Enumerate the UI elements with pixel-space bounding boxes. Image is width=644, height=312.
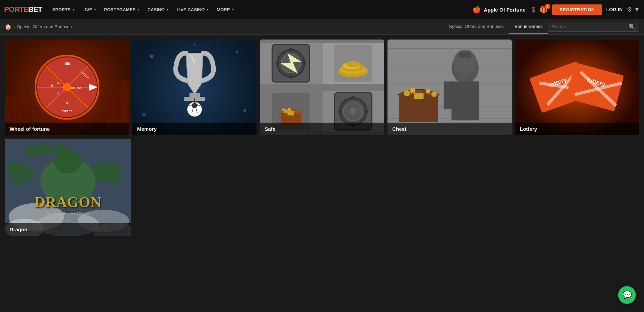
svg-text:100: 100 — [64, 62, 70, 66]
svg-text:TABLET: TABLET — [62, 110, 72, 113]
logo-part1: PORTE — [4, 5, 28, 14]
sports-chevron-icon: ▼ — [72, 8, 75, 11]
gift-badge: 1 — [545, 4, 550, 9]
gift-icon-wrap[interactable]: 🎁 1 — [540, 5, 548, 14]
svg-point-83 — [410, 88, 415, 93]
settings-icon[interactable]: ⚙ ▼ — [627, 6, 640, 13]
svg-text:25: 25 — [56, 91, 60, 95]
dragon-svg: DRAGON GAME OF THRONES — [5, 139, 131, 236]
safe-door-svg-tl — [270, 43, 311, 84]
safe-gold-svg — [333, 43, 374, 84]
svg-text:50: 50 — [56, 81, 60, 84]
casino-chevron-icon: ▼ — [166, 8, 169, 11]
registration-button[interactable]: REGISTRATION — [552, 4, 602, 15]
tab-bonus-games[interactable]: Bonus Games — [509, 20, 548, 34]
wheel-svg: 100 TABLET LAPTOP 1 000 000 50 25 ★ ★ — [35, 55, 99, 120]
apple-icon: 🍎 — [473, 5, 481, 14]
breadcrumb-separator: › — [14, 25, 15, 29]
svg-point-39 — [289, 48, 293, 51]
grid-spacer — [134, 139, 639, 236]
svg-text:★: ★ — [65, 100, 69, 105]
search-area: 🔍 — [548, 22, 639, 32]
svg-point-60 — [351, 96, 355, 99]
safe-cell-tl — [260, 43, 322, 84]
game-label-chest: Chest — [387, 123, 512, 135]
svg-rect-77 — [467, 81, 477, 109]
svg-rect-80 — [399, 95, 438, 122]
game-label-memory: Memory — [132, 123, 257, 135]
svg-point-19 — [63, 83, 71, 91]
svg-point-64 — [350, 108, 357, 115]
svg-point-62 — [338, 110, 341, 113]
main-nav: SPORTS ▼ LIVE ▼ PORTEGAMES ▼ CASINO ▼ LI… — [49, 5, 466, 14]
game-grid-row1: 100 TABLET LAPTOP 1 000 000 50 25 ★ ★ Wh… — [5, 40, 639, 135]
game-card-safe[interactable]: Safe — [260, 40, 384, 135]
svg-text:★: ★ — [49, 83, 54, 88]
svg-point-22 — [150, 55, 153, 58]
home-icon[interactable]: 🏠 — [5, 24, 12, 30]
svg-rect-27 — [189, 93, 200, 97]
svg-point-41 — [276, 62, 279, 65]
nav-sports[interactable]: SPORTS ▼ — [49, 5, 78, 14]
svg-point-63 — [365, 110, 368, 113]
game-grid-section: 100 TABLET LAPTOP 1 000 000 50 25 ★ ★ Wh… — [0, 35, 644, 240]
svg-point-102 — [54, 150, 82, 173]
nav-more[interactable]: MORE ▼ — [213, 5, 238, 14]
svg-point-50 — [346, 61, 360, 67]
svg-rect-53 — [287, 111, 294, 115]
svg-point-82 — [404, 90, 410, 96]
nav-live[interactable]: LIVE ▼ — [79, 5, 100, 14]
trophy-svg — [167, 50, 222, 118]
svg-rect-81 — [414, 93, 424, 99]
svg-point-40 — [289, 75, 293, 79]
svg-text:GAME OF THRONES: GAME OF THRONES — [47, 211, 89, 216]
search-input[interactable] — [552, 24, 627, 29]
breadcrumb-parent[interactable]: Special Offers and Bonuses — [17, 24, 72, 29]
game-label-wheel: Wheel of fortune — [5, 123, 129, 135]
svg-point-25 — [243, 109, 246, 112]
svg-point-84 — [431, 92, 437, 97]
game-card-chest[interactable]: Chest — [387, 40, 512, 135]
more-chevron-icon: ▼ — [231, 8, 234, 11]
lottery-svg: lottery lottery — [515, 40, 639, 135]
nav-live-casino[interactable]: LIVE CASINO ▼ — [173, 5, 213, 14]
svg-point-24 — [142, 113, 146, 116]
svg-point-26 — [193, 43, 196, 46]
game-card-dragon[interactable]: DRAGON GAME OF THRONES Dragon — [5, 139, 131, 236]
svg-point-23 — [236, 51, 238, 53]
apple-fortune-label: Apple Of Fortune — [484, 7, 526, 13]
breadcrumb-bar: 🏠 › Special Offers and Bonuses Special O… — [0, 19, 644, 35]
svg-point-85 — [426, 89, 431, 94]
main-header: PORTEBET SPORTS ▼ LIVE ▼ PORTEGAMES ▼ CA… — [0, 0, 644, 19]
game-card-lottery[interactable]: lottery lottery Lottery — [515, 40, 639, 135]
login-button[interactable]: LOG IN — [606, 7, 623, 12]
svg-point-42 — [303, 62, 306, 65]
live-chevron-icon: ▼ — [94, 8, 97, 11]
svg-rect-79 — [459, 52, 471, 58]
game-card-wheel[interactable]: 100 TABLET LAPTOP 1 000 000 50 25 ★ ★ Wh… — [5, 40, 129, 135]
svg-text:DRAGON: DRAGON — [35, 193, 101, 210]
svg-rect-76 — [444, 81, 453, 109]
currency-icon[interactable]: $ — [532, 6, 535, 14]
logo-part2: BET — [28, 5, 42, 14]
svg-point-56 — [282, 108, 285, 111]
nav-casino[interactable]: CASINO ▼ — [144, 5, 172, 14]
live-casino-chevron-icon: ▼ — [206, 8, 209, 11]
game-label-dragon: Dragon — [5, 223, 131, 236]
safe-cell-tr — [323, 43, 384, 84]
header-right-actions: $ 🎁 1 REGISTRATION LOG IN ⚙ ▼ — [532, 4, 640, 15]
chest-bg-svg — [387, 40, 512, 135]
breadcrumb-tabs: Special Offers and Bonuses Bonus Games — [444, 20, 548, 34]
search-icon[interactable]: 🔍 — [629, 24, 635, 30]
game-grid-row2: DRAGON GAME OF THRONES Dragon — [5, 139, 639, 236]
svg-point-55 — [287, 108, 291, 111]
game-label-safe: Safe — [260, 123, 384, 135]
game-label-lottery: Lottery — [515, 123, 639, 135]
game-card-memory[interactable]: Memory — [132, 40, 257, 135]
portegames-chevron-icon: ▼ — [137, 8, 140, 11]
tab-special-offers[interactable]: Special Offers and Bonuses — [444, 20, 509, 34]
logo[interactable]: PORTEBET — [4, 5, 42, 14]
nav-portegames[interactable]: PORTEGAMES ▼ — [101, 5, 143, 14]
apple-fortune-section: 🍎 Apple Of Fortune — [473, 5, 526, 14]
breadcrumb-left: 🏠 › Special Offers and Bonuses — [5, 24, 435, 30]
